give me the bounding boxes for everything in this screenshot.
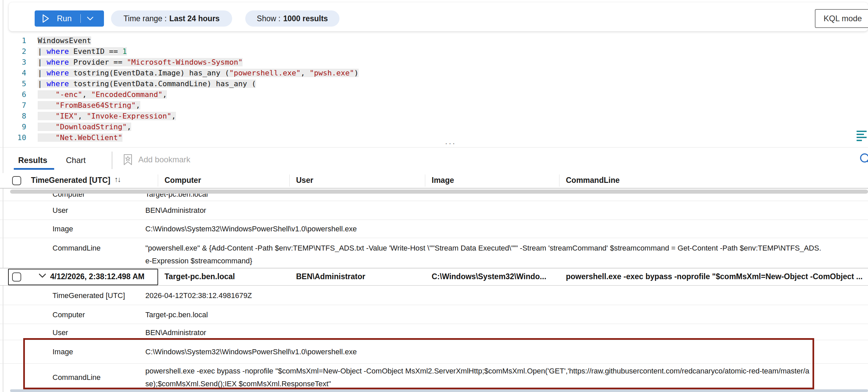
bookmark-icon xyxy=(123,153,133,166)
line-number: 10 xyxy=(0,133,26,142)
column-divider[interactable] xyxy=(158,174,158,187)
detail-row-image: Image C:\Windows\System32\WindowsPowerSh… xyxy=(0,340,868,364)
time-range-value: Last 24 hours xyxy=(169,14,220,23)
code-text: "Net.WebClient" xyxy=(38,133,122,142)
detail-label: User xyxy=(53,206,68,215)
tabs-divider xyxy=(112,151,112,169)
detail-label: Image xyxy=(53,225,73,233)
line-number: 5 xyxy=(0,80,26,88)
detail-label: TimeGenerated [UTC] xyxy=(53,291,125,300)
detail-row-computer: Computer Target-pc.ben.local xyxy=(0,305,868,324)
detail-row-commandline: CommandLine powershell.exe -exec bypass … xyxy=(0,364,868,390)
tab-chart[interactable]: Chart xyxy=(66,156,86,165)
code-line[interactable]: 1WindowsEvent xyxy=(0,35,868,46)
detail-label: Computer xyxy=(53,194,85,199)
code-text: | where tostring(EventData.Image) has_an… xyxy=(38,69,359,77)
code-line[interactable]: 5| where tostring(EventData.CommandLine)… xyxy=(0,78,868,89)
code-text: "DownloadString", xyxy=(38,122,131,131)
kql-query-editor[interactable]: 1WindowsEvent2| where EventID == 13| whe… xyxy=(0,34,868,145)
detail-row-commandline: CommandLine "powershell.exe" & {Add-Cont… xyxy=(0,238,868,268)
detail-row-user: User BEN\Administrator xyxy=(0,201,868,220)
kql-mode-label: KQL mode xyxy=(824,14,862,23)
line-number: 6 xyxy=(0,90,26,99)
detail-value: BEN\Administrator xyxy=(145,328,868,337)
play-icon xyxy=(42,14,50,23)
code-line[interactable]: 3| where Provider == "Microsoft-Windows-… xyxy=(0,57,868,67)
time-range-label: Time range : xyxy=(123,14,166,23)
show-label: Show : xyxy=(257,14,280,23)
panel-resize-handle[interactable]: ... xyxy=(437,137,464,146)
kql-mode-toggle[interactable]: KQL mode xyxy=(815,9,868,28)
run-button[interactable]: Run xyxy=(35,10,104,27)
cell-computer[interactable]: Target-pc.ben.local xyxy=(164,272,235,281)
code-text: WindowsEvent xyxy=(38,36,91,45)
column-divider[interactable] xyxy=(289,174,290,187)
code-line[interactable]: 2| where EventID == 1 xyxy=(0,46,868,57)
code-line[interactable]: 6 "-enc", "EncodedCommand", xyxy=(0,89,868,100)
result-row[interactable]: 4/12/2026, 2:38:12.498 AM Target-pc.ben.… xyxy=(0,268,868,286)
row-checkbox[interactable] xyxy=(12,273,21,282)
cell-commandline[interactable]: powershell.exe -exec bypass -noprofile "… xyxy=(566,272,868,281)
line-number: 8 xyxy=(0,112,26,120)
add-bookmark-label: Add bookmark xyxy=(138,155,190,164)
chevron-down-icon[interactable] xyxy=(38,273,46,279)
detail-value: Target-pc.ben.local xyxy=(145,310,868,319)
column-header-commandline[interactable]: CommandLine xyxy=(566,176,620,185)
code-line[interactable]: 7 "FromBase64String", xyxy=(0,100,868,110)
tab-results[interactable]: Results xyxy=(18,156,48,165)
bottom-scrollbar[interactable] xyxy=(10,389,868,392)
query-toolbar: Run Time range : Last 24 hours Show : 10… xyxy=(9,2,868,31)
column-header-computer[interactable]: Computer xyxy=(164,176,201,185)
detail-value: Target-pc.ben.local xyxy=(145,194,868,199)
editor-results-divider xyxy=(0,147,868,147)
code-text: | where EventID == 1 xyxy=(38,47,127,56)
line-number: 3 xyxy=(0,58,26,66)
column-header-image[interactable]: Image xyxy=(432,176,454,185)
column-header-timegenerated[interactable]: TimeGenerated [UTC] xyxy=(31,176,110,185)
column-header-user[interactable]: User xyxy=(296,176,313,185)
detail-label: CommandLine xyxy=(53,373,101,382)
select-all-checkbox[interactable] xyxy=(12,176,21,185)
detail-value: BEN\Administrator xyxy=(145,206,868,215)
code-line[interactable]: 8 "IEX", "Invoke-Expression", xyxy=(0,110,868,121)
cell-timegenerated[interactable]: 4/12/2026, 2:38:12.498 AM xyxy=(50,272,144,281)
active-tab-underline xyxy=(14,168,54,170)
cell-user[interactable]: BEN\Administrator xyxy=(296,272,365,281)
column-divider[interactable] xyxy=(559,174,559,187)
detail-label: CommandLine xyxy=(53,244,101,253)
detail-value-line2: se);$comMsXml.Send();IEX $comMsXml.Respo… xyxy=(145,380,868,388)
results-grid-header: TimeGenerated [UTC] ↑↓ Computer User Ima… xyxy=(0,173,868,189)
scroll-indicator-bar[interactable] xyxy=(10,190,868,194)
code-text: "FromBase64String", xyxy=(38,101,140,109)
time-range-selector[interactable]: Time range : Last 24 hours xyxy=(111,10,232,27)
code-text: | where Provider == "Microsoft-Windows-S… xyxy=(38,58,243,66)
chevron-down-icon[interactable] xyxy=(87,17,94,21)
code-line[interactable]: 4| where tostring(EventData.Image) has_a… xyxy=(0,67,868,78)
search-icon[interactable] xyxy=(859,152,868,167)
detail-row-user: User BEN\Administrator xyxy=(0,324,868,340)
detail-value: 2026-04-12T02:38:12.4981679Z xyxy=(145,291,868,300)
detail-row-timegenerated: TimeGenerated [UTC] 2026-04-12T02:38:12.… xyxy=(0,286,868,305)
detail-label: User xyxy=(53,328,68,337)
code-text: "-enc", "EncodedCommand", xyxy=(38,90,167,99)
sort-arrows-icon[interactable]: ↑↓ xyxy=(114,175,120,184)
column-divider[interactable] xyxy=(425,174,425,187)
line-number: 2 xyxy=(0,47,26,56)
line-number: 1 xyxy=(0,36,26,45)
code-line[interactable]: 9 "DownloadString", xyxy=(0,121,868,132)
run-split-divider xyxy=(81,14,81,23)
detail-value-line1: powershell.exe -exec bypass -noprofile "… xyxy=(145,367,868,375)
show-value: 1000 results xyxy=(283,14,328,23)
format-query-icon[interactable] xyxy=(857,131,867,143)
cell-image[interactable]: C:\Windows\System32\Windo... xyxy=(432,272,546,281)
detail-value-line1: "powershell.exe" & {Add-Content -Path $e… xyxy=(145,244,868,253)
show-results-selector[interactable]: Show : 1000 results xyxy=(245,10,339,27)
code-line[interactable]: 10 "Net.WebClient" xyxy=(0,132,868,143)
code-text: | where tostring(EventData.CommandLine) … xyxy=(38,80,256,88)
detail-row-computer-clipped: Computer Target-pc.ben.local xyxy=(0,194,868,201)
add-bookmark-button[interactable]: Add bookmark xyxy=(123,153,190,166)
detail-label: Computer xyxy=(53,310,85,319)
line-number: 9 xyxy=(0,122,26,131)
detail-value-line2: e-Expression $streamcommand} xyxy=(145,257,868,265)
detail-label: Image xyxy=(53,347,73,356)
